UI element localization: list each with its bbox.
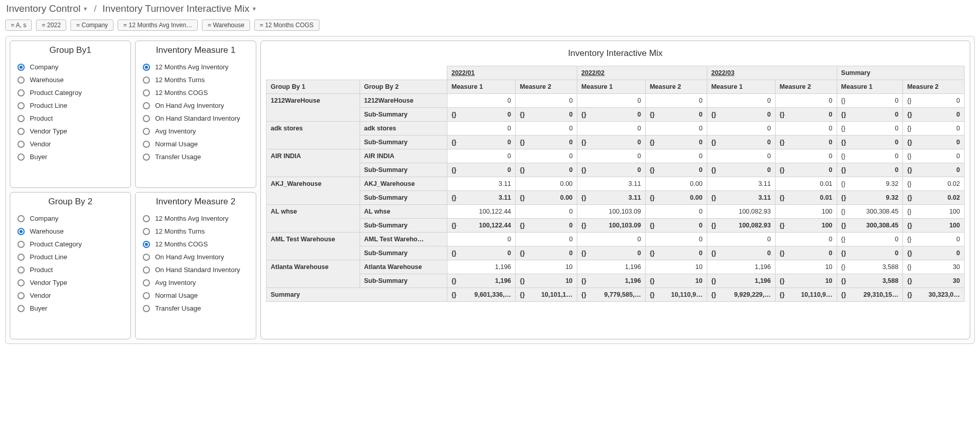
- radio-option[interactable]: 12 Months COGS: [136, 238, 256, 251]
- radio-option[interactable]: Avg Inventory: [136, 125, 256, 138]
- group-by-2-cell: AML Test Wareho…: [360, 233, 447, 246]
- filter-chip[interactable]: = 12 Months COGS: [254, 20, 319, 31]
- radio-option[interactable]: On Hand Standard Inventory: [136, 112, 256, 125]
- radio-option[interactable]: Vendor Type: [10, 125, 130, 138]
- radio-option[interactable]: Product Line: [10, 251, 130, 263]
- radio-option[interactable]: Company: [10, 212, 130, 225]
- breadcrumb-page[interactable]: Inventory Turnover Interactive Mix ▼: [102, 3, 257, 14]
- col-header: Measure 1: [707, 80, 775, 94]
- radio-option[interactable]: Normal Usage: [136, 138, 256, 150]
- radio-option[interactable]: 12 Months Avg Inventory: [136, 212, 256, 225]
- breadcrumb-root[interactable]: Inventory Control ▼: [6, 3, 88, 14]
- radio-option[interactable]: Product: [10, 112, 130, 125]
- value-cell: {}9,601,336,…: [447, 288, 515, 302]
- radio-option[interactable]: Buyer: [10, 302, 130, 315]
- radio-icon: [143, 254, 150, 261]
- radio-label: 12 Months Avg Inventory: [155, 63, 229, 71]
- radio-icon: [17, 128, 25, 135]
- radio-option[interactable]: Normal Usage: [136, 289, 256, 302]
- radio-option[interactable]: 12 Months COGS: [136, 86, 256, 99]
- value-cell: 0: [645, 122, 707, 136]
- value-cell: {}0: [903, 246, 965, 260]
- radio-icon: [143, 228, 150, 235]
- radio-option[interactable]: Transfer Usage: [136, 302, 256, 315]
- radio-option[interactable]: Avg Inventory: [136, 276, 256, 289]
- filter-chip[interactable]: = 2022: [36, 20, 66, 31]
- radio-option[interactable]: Product: [10, 263, 130, 276]
- breadcrumb: Inventory Control ▼ / Inventory Turnover…: [0, 0, 980, 17]
- value-cell: {}10,110,9…: [645, 288, 707, 302]
- radio-label: Company: [30, 215, 59, 222]
- radio-option[interactable]: 12 Months Turns: [136, 73, 256, 86]
- radio-option[interactable]: Warehouse: [10, 73, 130, 86]
- panel-body[interactable]: 12 Months Avg Inventory12 Months Turns12…: [136, 210, 256, 339]
- value-cell: {}3.11: [577, 191, 645, 205]
- value-cell: {}100,103.09: [577, 219, 645, 233]
- panel-body[interactable]: CompanyWarehouseProduct CategoryProduct …: [10, 210, 130, 339]
- filter-chip[interactable]: = A, s: [5, 20, 32, 31]
- value-cell: {}0: [903, 149, 965, 163]
- radio-option[interactable]: Vendor Type: [10, 276, 130, 289]
- value-cell: {}0: [837, 94, 903, 108]
- value-cell: {}9,779,585,…: [577, 288, 645, 302]
- value-cell: {}10,110,9…: [775, 288, 837, 302]
- value-cell: {}0: [903, 122, 965, 136]
- radio-icon: [143, 279, 150, 286]
- radio-option[interactable]: Product Category: [10, 238, 130, 251]
- value-cell: {}0: [707, 163, 775, 177]
- radio-option[interactable]: Buyer: [10, 150, 130, 163]
- group-by-1-cell: 1212WareHouse: [267, 94, 360, 122]
- radio-option[interactable]: Vendor: [10, 138, 130, 150]
- period-header[interactable]: 2022/02: [577, 66, 707, 80]
- radio-option[interactable]: Vendor: [10, 289, 130, 302]
- radio-option[interactable]: Transfer Usage: [136, 150, 256, 163]
- radio-option[interactable]: Company: [10, 61, 130, 73]
- value-cell: 1,196: [577, 260, 645, 274]
- radio-label: Vendor: [30, 140, 51, 148]
- value-cell: 0: [707, 149, 775, 163]
- filter-bar: = A, s= 2022= Company= 12 Months Avg Inv…: [0, 17, 980, 36]
- col-header: Group By 2: [360, 80, 447, 94]
- group-by-1-cell: adk stores: [267, 122, 360, 149]
- group-by-1-cell: AKJ_Warehouse: [267, 177, 360, 205]
- panel-body[interactable]: 12 Months Avg Inventory12 Months Turns12…: [136, 59, 256, 187]
- value-cell: {}3,588: [837, 260, 903, 274]
- panel-body[interactable]: CompanyWarehouseProduct CategroyProduct …: [10, 59, 130, 187]
- filter-chip[interactable]: = Warehouse: [202, 20, 250, 31]
- radio-icon: [17, 89, 25, 97]
- radio-option[interactable]: On Hand Avg Inventory: [136, 99, 256, 112]
- radio-label: On Hand Standard Inventory: [155, 114, 240, 122]
- radio-icon: [17, 266, 25, 274]
- value-cell: {}9,929,229,…: [707, 288, 775, 302]
- radio-option[interactable]: Product Line: [10, 99, 130, 112]
- value-cell: 0: [577, 122, 645, 136]
- period-header[interactable]: 2022/03: [707, 66, 837, 80]
- radio-option[interactable]: Product Categroy: [10, 86, 130, 99]
- group-by-1-cell: AIR INDIA: [267, 149, 360, 177]
- radio-icon: [143, 292, 150, 299]
- radio-label: Normal Usage: [155, 140, 198, 148]
- data-table: 2022/012022/022022/03SummaryGroup By 1Gr…: [266, 66, 965, 302]
- value-cell: {}300,308.45: [837, 219, 903, 233]
- radio-label: Product: [30, 114, 53, 122]
- filter-chip[interactable]: = Company: [70, 20, 114, 31]
- radio-option[interactable]: 12 Months Avg Inventory: [136, 61, 256, 73]
- radio-option[interactable]: On Hand Standard Inventory: [136, 263, 256, 276]
- radio-option[interactable]: On Hand Avg Inventory: [136, 251, 256, 263]
- value-cell: 0: [775, 94, 837, 108]
- value-cell: 0: [645, 233, 707, 246]
- radio-icon: [17, 254, 25, 261]
- filter-chip[interactable]: = 12 Months Avg Inven…: [118, 20, 198, 31]
- value-cell: {}0: [516, 108, 577, 122]
- radio-label: Product Line: [30, 102, 67, 109]
- value-cell: {}29,310,15…: [837, 288, 903, 302]
- table-scroll[interactable]: 2022/012022/022022/03SummaryGroup By 1Gr…: [266, 66, 965, 334]
- radio-option[interactable]: Warehouse: [10, 225, 130, 238]
- radio-option[interactable]: 12 Months Turns: [136, 225, 256, 238]
- period-header[interactable]: 2022/01: [447, 66, 577, 80]
- radio-label: Avg Inventory: [155, 279, 196, 286]
- radio-icon: [17, 76, 25, 84]
- value-cell: {}3.11: [707, 191, 775, 205]
- main-title: Inventory Interactive Mix: [266, 46, 965, 66]
- radio-icon: [143, 215, 150, 222]
